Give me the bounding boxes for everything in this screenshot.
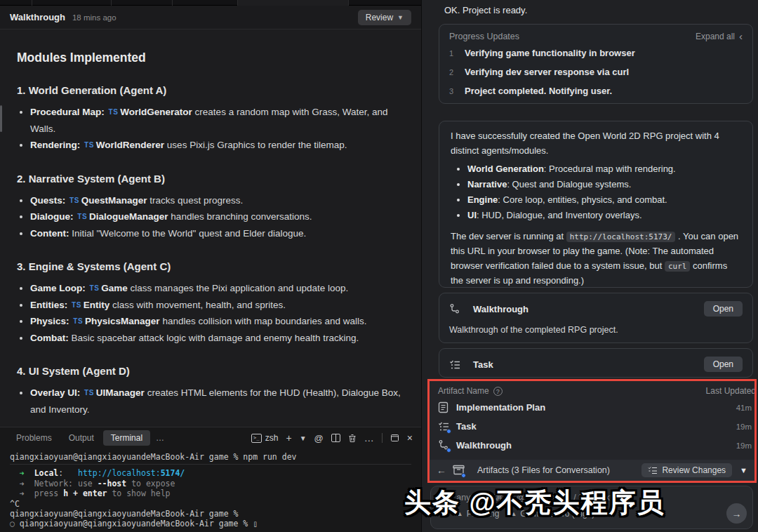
terminal-tabs-more-icon[interactable]: … xyxy=(152,433,168,443)
terminal-tab-output[interactable]: Output xyxy=(61,430,102,446)
code-reference: UIManager xyxy=(96,387,145,398)
doc-bullet: Physics: TSPhysicsManager handles collis… xyxy=(30,313,404,330)
chevron-down-icon[interactable]: ▼ xyxy=(740,466,747,474)
doc-header: Walkthrough 18 mins ago Review ▼ xyxy=(0,6,421,29)
message-bullet: Narrative: Quest and Dialogue systems. xyxy=(467,178,741,192)
planning-mode-selector[interactable]: ▲ Planning xyxy=(457,509,500,519)
progress-item-number: 3 xyxy=(449,87,465,95)
terminal-dropdown-icon[interactable]: ▼ xyxy=(300,434,307,442)
progress-updates-title: Progress Updates xyxy=(449,32,519,41)
doc-bullet: Procedural Map: TSWorldGenerator creates… xyxy=(30,104,404,137)
artifact-last-updated: 41m xyxy=(736,404,752,412)
editor-tabstrip[interactable] xyxy=(0,0,421,6)
editor-panel: Walkthrough 18 mins ago Review ▼ Modules… xyxy=(0,0,421,532)
terminal-icon: >_ xyxy=(251,434,262,443)
message-intro: I have successfully created the Open Wor… xyxy=(451,129,741,158)
send-button[interactable]: → xyxy=(726,503,747,524)
doc-bullet-list: Game Loop: TSGame class manages the Pixi… xyxy=(17,280,404,346)
active-tab-segment[interactable] xyxy=(237,0,348,6)
divider xyxy=(382,433,383,443)
code-reference: WorldRenderer xyxy=(96,140,164,150)
chevron-down-icon: ▼ xyxy=(397,14,404,21)
walkthrough-icon xyxy=(449,303,461,315)
code-reference: PhysicsManager xyxy=(85,316,160,326)
artifact-name: Implementation Plan xyxy=(456,402,545,413)
last-updated-header: Last Updated xyxy=(706,386,756,396)
shell-selector[interactable]: >_ zsh xyxy=(251,433,279,443)
doc-bullet: Content: Initial "Welcome to the World" … xyxy=(30,225,404,242)
artifact-row[interactable]: Task19m xyxy=(430,417,754,436)
walkthrough-description: Walkthrough of the completed RPG project… xyxy=(449,325,743,335)
artifact-name-header: Artifact Name ? xyxy=(438,386,503,396)
back-arrow-icon[interactable]: ← xyxy=(437,465,446,476)
new-terminal-icon[interactable]: + xyxy=(286,432,292,444)
doc-bullet: Overlay UI: TSUIManager creates HTML ele… xyxy=(30,385,404,418)
artifact-row[interactable]: Implementation Plan41m xyxy=(430,398,754,417)
walkthrough-icon xyxy=(438,439,450,451)
expand-all-button[interactable]: Expand all ‹ xyxy=(696,32,743,41)
artifacts-footer-bar: ← Artifacts (3 Files for Conversation) R… xyxy=(430,460,754,481)
doc-bullet: Quests: TSQuestManager tracks quest prog… xyxy=(30,192,404,209)
progress-item-text: Verifying dev server response via curl xyxy=(465,67,629,77)
open-walkthrough-button[interactable]: Open xyxy=(704,301,743,317)
help-icon[interactable]: ? xyxy=(493,387,503,396)
typescript-icon: TS xyxy=(73,317,83,325)
doc-bullet: Game Loop: TSGame class manages the Pixi… xyxy=(30,280,404,297)
progress-item[interactable]: 2Verifying dev server response via curl xyxy=(449,67,743,86)
review-changes-button[interactable]: Review Changes xyxy=(641,463,732,477)
more-actions-icon[interactable]: … xyxy=(364,432,374,444)
doc-bullet: Dialogue: TSDialogueManager handles bran… xyxy=(30,208,404,225)
at-mention-icon[interactable]: @ xyxy=(314,433,324,444)
doc-bullet: Rendering: TSWorldRenderer uses Pixi.js … xyxy=(30,137,404,154)
update-dot xyxy=(446,448,451,453)
code-reference: WorldGenerator xyxy=(120,107,192,117)
chevron-up-icon: ▲ xyxy=(510,510,517,517)
terminal-tab-problems[interactable]: Problems xyxy=(8,430,60,446)
doc-section-heading: 3. Engine & Systems (Agent C) xyxy=(17,260,404,272)
terminal-output[interactable]: qiangxiaoyuan@qiangxiaoyuandeMacBook-Air… xyxy=(0,448,421,529)
typescript-icon: TS xyxy=(84,389,94,397)
maximize-panel-icon[interactable] xyxy=(390,434,399,442)
doc-bullet-list: Quests: TSQuestManager tracks quest prog… xyxy=(17,192,404,242)
doc-section-heading: 4. UI System (Agent D) xyxy=(17,365,404,377)
task-icon xyxy=(438,420,450,432)
assistant-message-card: I have successfully created the Open Wor… xyxy=(439,121,753,288)
kill-terminal-icon[interactable] xyxy=(348,434,357,443)
terminal-panel: ProblemsOutputTerminal … >_ zsh + ▼ @ … xyxy=(0,427,421,532)
terminal-line: qiangxiaoyuan@qiangxiaoyuandeMacBook-Air… xyxy=(10,509,411,519)
terminal-line: ➜ Local: http://localhost:5174/ xyxy=(10,468,411,478)
progress-item-text: Verifying game functionality in browser xyxy=(465,48,635,58)
code-reference: Entity xyxy=(84,300,110,310)
artifact-last-updated: 19m xyxy=(736,423,752,431)
review-button[interactable]: Review ▼ xyxy=(358,10,411,25)
open-task-button[interactable]: Open xyxy=(704,357,743,372)
typescript-icon: TS xyxy=(84,141,94,149)
doc-bullet: Entities: TSEntity class with movement, … xyxy=(30,297,404,314)
chat-input-box[interactable]: + ▲ Planning ▲ Gemini 3 Pro (High) → xyxy=(430,486,753,529)
doc-bullet: Combat: Basic spacebar attack logic with… xyxy=(30,330,404,347)
terminal-line: ○ qiangxiaoyuan@qiangxiaoyuandeMacBook-A… xyxy=(10,519,411,528)
model-selector[interactable]: ▲ Gemini 3 Pro (High) xyxy=(510,509,594,519)
terminal-line: qiangxiaoyuan@qiangxiaoyuandeMacBook-Air… xyxy=(10,452,411,462)
artifacts-footer-label[interactable]: Artifacts (3 Files for Conversation) xyxy=(477,465,610,475)
update-dot xyxy=(446,429,451,434)
typescript-icon: TS xyxy=(90,284,100,292)
progress-item[interactable]: 1Verifying game functionality in browser xyxy=(449,48,743,67)
close-panel-icon[interactable]: × xyxy=(407,432,413,444)
artifact-row[interactable]: Walkthrough19m xyxy=(430,436,754,455)
typescript-icon: TS xyxy=(72,301,81,309)
progress-item[interactable]: 3Project completed. Notifying user. xyxy=(449,86,743,105)
terminal-tab-terminal[interactable]: Terminal xyxy=(103,430,150,446)
typescript-icon: TS xyxy=(69,197,79,204)
split-terminal-icon[interactable] xyxy=(331,434,340,442)
walkthrough-artifact-card: Walkthrough Open Walkthrough of the comp… xyxy=(439,293,753,343)
chevron-left-icon: ‹ xyxy=(739,33,743,40)
doc-section-heading: 2. Narrative System (Agent B) xyxy=(17,173,404,185)
typescript-icon: TS xyxy=(77,213,87,220)
assistant-status-text: OK. Project is ready. xyxy=(444,5,527,15)
ask-input[interactable] xyxy=(439,493,706,503)
inline-code-chip: http://localhost:5173/ xyxy=(566,232,676,242)
artifacts-box-icon xyxy=(453,465,465,477)
attach-plus-icon[interactable]: + xyxy=(439,507,446,519)
task-artifact-card: Task Open xyxy=(439,348,753,378)
